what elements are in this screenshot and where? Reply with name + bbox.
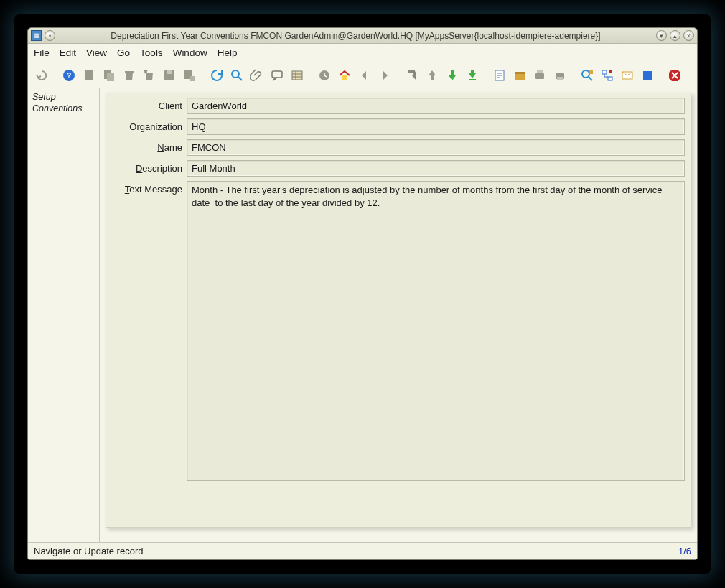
requests-icon[interactable] <box>618 66 637 85</box>
archive-icon[interactable] <box>510 66 529 85</box>
menu-help[interactable]: Help <box>218 47 238 58</box>
svg-rect-33 <box>589 70 593 74</box>
help-icon[interactable]: ? <box>60 66 78 85</box>
name-label: Name <box>112 139 187 153</box>
menu-file[interactable]: File <box>34 47 50 58</box>
tab-setup-conventions[interactable]: Setup Conventions <box>28 90 99 116</box>
copy-record-icon[interactable] <box>100 66 118 85</box>
text-message-field[interactable] <box>187 181 685 481</box>
app-icon: ▦ <box>31 30 42 41</box>
menu-window[interactable]: Window <box>173 47 207 58</box>
menubar: File Edit View Go Tools Window Help <box>28 44 697 62</box>
find-icon[interactable] <box>228 66 246 85</box>
name-field[interactable] <box>187 139 685 156</box>
close-button[interactable]: × <box>683 30 694 41</box>
sidebar: Setup Conventions <box>28 88 100 542</box>
exit-icon[interactable] <box>665 66 684 85</box>
last-record-icon[interactable] <box>463 66 482 85</box>
first-record-icon[interactable] <box>403 66 421 85</box>
window-title: Depreciation First Year Conventions FMCO… <box>60 31 652 41</box>
minimize-button[interactable]: ▾ <box>656 30 667 41</box>
tab-label-line2: Conventions <box>32 103 95 115</box>
form-panel: Client Organization Name Description <box>100 88 697 542</box>
svg-rect-12 <box>272 71 282 78</box>
save-icon[interactable] <box>160 66 179 85</box>
history-icon[interactable] <box>315 66 334 85</box>
record-position: 1/6 <box>665 543 697 559</box>
svg-rect-27 <box>535 73 544 79</box>
new-record-icon[interactable] <box>80 66 98 85</box>
description-label: Description <box>112 160 187 174</box>
chat-icon[interactable] <box>268 66 286 85</box>
maximize-button[interactable]: ▴ <box>670 30 680 41</box>
svg-rect-7 <box>167 70 172 74</box>
svg-rect-18 <box>342 75 347 80</box>
detail-record-icon[interactable] <box>375 66 394 85</box>
statusbar: Navigate or Update record 1/6 <box>28 542 697 559</box>
svg-rect-4 <box>107 73 114 81</box>
svg-rect-35 <box>608 77 612 80</box>
home-icon[interactable] <box>335 66 354 85</box>
svg-rect-30 <box>557 77 563 80</box>
status-message: Navigate or Update record <box>28 543 665 559</box>
svg-rect-5 <box>125 71 134 73</box>
application-window: ▦ • Depreciation First Year Conventions … <box>27 27 698 560</box>
print-icon[interactable] <box>551 66 569 85</box>
svg-line-32 <box>589 77 592 80</box>
parent-record-icon[interactable] <box>355 66 374 85</box>
titlebar: ▦ • Depreciation First Year Conventions … <box>28 28 697 44</box>
save-new-icon[interactable] <box>180 66 199 85</box>
svg-rect-19 <box>408 70 415 73</box>
zoom-across-icon[interactable] <box>578 66 597 85</box>
menu-tools[interactable]: Tools <box>140 47 163 58</box>
svg-point-10 <box>232 70 239 78</box>
svg-text:?: ? <box>67 71 72 80</box>
svg-rect-36 <box>609 70 612 73</box>
svg-point-31 <box>582 70 589 78</box>
tab-label-line1: Setup <box>32 92 95 103</box>
menu-go[interactable]: Go <box>117 47 130 58</box>
menu-view[interactable]: View <box>86 47 107 58</box>
print-preview-icon[interactable] <box>530 66 549 85</box>
client-label: Client <box>112 98 187 111</box>
delete-record-icon[interactable] <box>120 66 139 85</box>
svg-rect-34 <box>602 70 607 74</box>
refresh-icon[interactable] <box>207 66 226 85</box>
svg-rect-28 <box>537 70 543 73</box>
content-area: Setup Conventions Client Organization Na… <box>28 88 697 542</box>
svg-rect-20 <box>469 79 476 80</box>
undo-icon[interactable] <box>32 66 51 85</box>
delete-selection-icon[interactable] <box>140 66 159 85</box>
menu-edit[interactable]: Edit <box>60 47 76 58</box>
window-menu-button[interactable]: • <box>45 30 55 41</box>
svg-rect-38 <box>643 71 652 80</box>
toolbar: ? <box>28 62 697 88</box>
product-info-icon[interactable] <box>638 66 657 85</box>
attachment-icon[interactable] <box>248 66 266 85</box>
svg-rect-26 <box>515 72 525 74</box>
organization-field[interactable] <box>187 118 685 135</box>
svg-rect-13 <box>292 71 302 80</box>
organization-label: Organization <box>112 118 187 132</box>
previous-record-icon[interactable] <box>423 66 441 85</box>
svg-rect-9 <box>190 76 195 81</box>
workflow-icon[interactable] <box>598 66 617 85</box>
svg-rect-2 <box>85 70 93 80</box>
description-field[interactable] <box>187 160 685 177</box>
report-icon[interactable] <box>490 66 509 85</box>
svg-line-11 <box>238 77 242 80</box>
next-record-icon[interactable] <box>443 66 462 85</box>
grid-toggle-icon[interactable] <box>288 66 307 85</box>
client-field[interactable] <box>187 98 685 114</box>
text-message-label: Text Message <box>112 181 187 195</box>
